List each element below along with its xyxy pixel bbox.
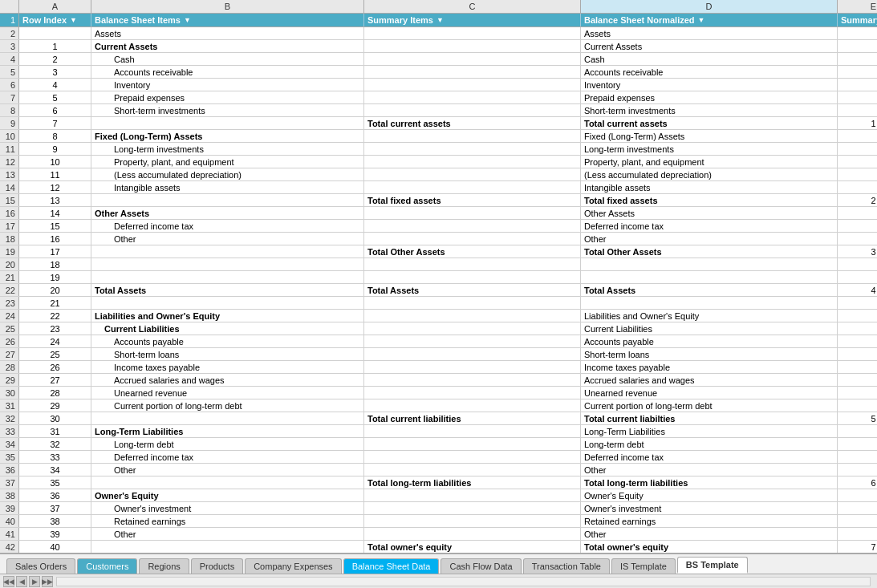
cell-a[interactable]: 36 — [19, 489, 91, 501]
cell-c[interactable] — [364, 489, 581, 501]
cell-a[interactable]: 7 — [19, 117, 91, 129]
cell-a[interactable]: 15 — [19, 220, 91, 232]
cell-a[interactable] — [19, 27, 91, 39]
cell-e[interactable] — [838, 27, 877, 39]
cell-d[interactable]: Long-term investments — [581, 143, 838, 155]
cell-d[interactable]: Short-term loans — [581, 348, 838, 360]
sort-arrow-b[interactable]: ▼ — [184, 16, 191, 24]
cell-c[interactable] — [364, 297, 581, 309]
cell-b[interactable]: Current portion of long-term debt — [91, 399, 364, 412]
tab-customers[interactable]: Customers — [77, 558, 137, 574]
cell-e[interactable]: 5 — [838, 412, 877, 424]
cell-d[interactable]: Long-term debt — [581, 438, 838, 450]
cell-c[interactable] — [364, 387, 581, 399]
cell-a[interactable]: 25 — [19, 348, 91, 360]
cell-d[interactable]: Other — [581, 528, 838, 540]
cell-d[interactable]: Current Assets — [581, 40, 838, 52]
cell-b[interactable]: Intangible assets — [91, 181, 364, 193]
cell-d[interactable]: Accounts payable — [581, 335, 838, 347]
cell-a[interactable]: 1 — [19, 40, 91, 52]
cell-d[interactable]: Fixed (Long-Term) Assets — [581, 130, 838, 142]
cell-a[interactable]: 19 — [19, 271, 91, 283]
cell-a[interactable]: 10 — [19, 156, 91, 168]
cell-c[interactable] — [364, 310, 581, 322]
cell-e[interactable] — [838, 79, 877, 91]
nav-prev[interactable]: ◀ — [16, 576, 27, 587]
cell-e[interactable] — [838, 66, 877, 78]
cell-e[interactable] — [838, 91, 877, 103]
cell-b[interactable]: Unearned revenue — [91, 387, 364, 399]
cell-e[interactable] — [838, 515, 877, 527]
cell-b[interactable] — [91, 258, 364, 270]
cell-c[interactable] — [364, 181, 581, 193]
tab-is-template[interactable]: IS Template — [611, 558, 676, 574]
cell-b[interactable] — [91, 476, 364, 489]
cell-d[interactable]: Total fixed assets — [581, 194, 838, 206]
cell-b[interactable]: Current Assets — [91, 40, 364, 52]
cell-e[interactable] — [838, 335, 877, 347]
horizontal-scrollbar[interactable] — [56, 577, 871, 586]
cell-b[interactable]: Property, plant, and equipment — [91, 156, 364, 168]
cell-b[interactable]: Prepaid expenses — [91, 91, 364, 103]
cell-c[interactable] — [364, 207, 581, 219]
cell-c[interactable] — [364, 528, 581, 540]
cell-a[interactable]: 27 — [19, 374, 91, 386]
cell-d[interactable]: Short-term investments — [581, 104, 838, 116]
cell-b[interactable]: Liabilities and Owner's Equity — [91, 310, 364, 322]
cell-b[interactable]: Accrued salaries and wages — [91, 374, 364, 386]
tab-bs-template[interactable]: BS Template — [677, 557, 748, 574]
cell-d[interactable]: Current Liabilities — [581, 322, 838, 335]
cell-d[interactable]: (Less accumulated depreciation) — [581, 168, 838, 180]
cell-d[interactable]: Retained earnings — [581, 515, 838, 527]
cell-a[interactable]: 12 — [19, 181, 91, 193]
cell-a[interactable]: 29 — [19, 399, 91, 412]
cell-e[interactable] — [838, 156, 877, 168]
cell-a[interactable]: 37 — [19, 502, 91, 514]
cell-d[interactable]: Deferred income tax — [581, 451, 838, 463]
cell-b[interactable]: Retained earnings — [91, 515, 364, 527]
cell-d[interactable]: Other Assets — [581, 207, 838, 219]
cell-e[interactable]: 6 — [838, 476, 877, 489]
cell-d[interactable] — [581, 271, 838, 283]
cell-d[interactable]: Income taxes payable — [581, 361, 838, 373]
cell-c[interactable] — [364, 40, 581, 52]
cell-e[interactable] — [838, 233, 877, 245]
cell-d[interactable]: Other — [581, 464, 838, 476]
cell-a[interactable]: 17 — [19, 245, 91, 258]
cell-c[interactable] — [364, 79, 581, 91]
cell-c[interactable]: Total current assets — [364, 117, 581, 129]
cell-e[interactable] — [838, 438, 877, 450]
cell-a[interactable]: 26 — [19, 361, 91, 373]
cell-b[interactable] — [91, 271, 364, 283]
cell-c[interactable] — [364, 53, 581, 65]
cell-e[interactable] — [838, 310, 877, 322]
cell-b[interactable]: Other — [91, 528, 364, 540]
tab-products[interactable]: Products — [191, 558, 243, 574]
cell-c[interactable] — [364, 130, 581, 142]
cell-b[interactable] — [91, 245, 364, 258]
cell-a[interactable]: 40 — [19, 541, 91, 553]
cell-b[interactable] — [91, 412, 364, 424]
cell-b[interactable]: Fixed (Long-Term) Assets — [91, 130, 364, 142]
cell-d[interactable] — [581, 297, 838, 309]
cell-a[interactable]: 31 — [19, 425, 91, 437]
sort-arrow-c[interactable]: ▼ — [436, 16, 444, 24]
cell-b[interactable]: Income taxes payable — [91, 361, 364, 373]
cell-a[interactable]: 14 — [19, 207, 91, 219]
cell-c[interactable]: Total Assets — [364, 284, 581, 296]
cell-c[interactable] — [364, 451, 581, 463]
cell-d[interactable]: Property, plant, and equipment — [581, 156, 838, 168]
cell-a[interactable]: 11 — [19, 168, 91, 180]
cell-c[interactable] — [364, 348, 581, 360]
cell-b[interactable]: Short-term loans — [91, 348, 364, 360]
cell-e[interactable] — [838, 40, 877, 52]
cell-e[interactable]: 3 — [838, 245, 877, 258]
cell-e[interactable] — [838, 220, 877, 232]
tab-balance-sheet-data[interactable]: Balance Sheet Data — [343, 558, 440, 574]
cell-d[interactable]: Total owner's equity — [581, 541, 838, 553]
cell-c[interactable]: Total current liabilities — [364, 412, 581, 424]
cell-c[interactable] — [364, 464, 581, 476]
tab-cash-flow-data[interactable]: Cash Flow Data — [441, 558, 521, 574]
cell-c[interactable] — [364, 399, 581, 412]
cell-e[interactable] — [838, 464, 877, 476]
